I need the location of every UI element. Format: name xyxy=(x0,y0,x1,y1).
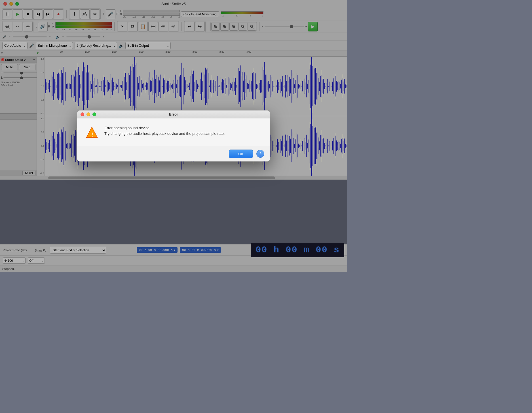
dialog-window-controls[interactable] xyxy=(81,112,96,116)
error-dialog-overlay[interactable]: Error ! Error opening sound device. Try … xyxy=(0,0,347,272)
dialog-max-button[interactable] xyxy=(92,112,96,116)
warning-icon: ! xyxy=(85,126,99,139)
dialog-titlebar: Error xyxy=(77,110,270,118)
error-line1: Error opening sound device. xyxy=(104,125,262,131)
ok-button[interactable]: OK xyxy=(229,150,253,158)
error-dialog: Error ! Error opening sound device. Try … xyxy=(77,110,270,161)
error-line2: Try changing the audio host, playback de… xyxy=(104,131,262,137)
dialog-body: ! Error opening sound device. Try changi… xyxy=(77,118,270,146)
dialog-message: Error opening sound device. Try changing… xyxy=(104,125,262,136)
dialog-min-button[interactable] xyxy=(86,112,90,116)
svg-text:!: ! xyxy=(91,131,93,138)
dialog-footer: OK ? xyxy=(77,146,270,161)
dialog-close-button[interactable] xyxy=(81,112,84,116)
dialog-title: Error xyxy=(169,112,178,116)
help-button[interactable]: ? xyxy=(256,150,264,158)
